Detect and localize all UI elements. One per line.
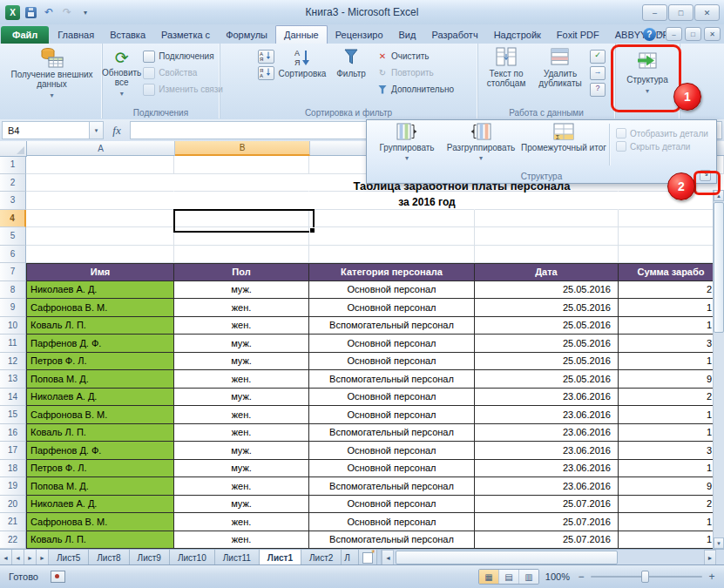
cell-D18[interactable]: 23.06.2016	[475, 460, 619, 478]
edit-links-button[interactable]: Изменить связи	[143, 83, 223, 96]
tab-foxit-pdf[interactable]: Foxit PDF	[549, 26, 607, 44]
vertical-scroll-thumb[interactable]	[714, 202, 724, 333]
zoom-out-icon[interactable]: −	[576, 571, 586, 583]
row-header-15[interactable]: 15	[0, 406, 26, 424]
maximize-button[interactable]: □	[668, 4, 694, 21]
row-header-13[interactable]: 13	[0, 370, 26, 389]
cell-A8[interactable]: Николаев А. Д.	[26, 281, 174, 300]
row-header-7[interactable]: 7	[0, 263, 26, 281]
row-header-5[interactable]: 5	[0, 227, 26, 246]
row-header-9[interactable]: 9	[0, 299, 26, 317]
tab-вставка[interactable]: Вставка	[102, 26, 153, 44]
cell-A7[interactable]: Имя	[26, 263, 174, 281]
cell-B1[interactable]	[174, 156, 309, 174]
row-header-22[interactable]: 22	[0, 531, 26, 550]
refresh-all-button[interactable]: ⟳ Обновить все	[102, 44, 141, 98]
cell-C11[interactable]: Основной персонал	[309, 335, 475, 353]
cell-E6[interactable]	[619, 246, 724, 264]
row-header-11[interactable]: 11	[0, 335, 26, 353]
sheet-tab-лист2[interactable]: Лист2	[301, 550, 342, 565]
sheet-tab-лист5[interactable]: Лист5	[49, 550, 89, 565]
cell-E9[interactable]: 1	[619, 299, 724, 317]
subtotal-button[interactable]: Σ Промежуточный итог	[520, 122, 607, 152]
row-header-8[interactable]: 8	[0, 281, 26, 300]
row-header-16[interactable]: 16	[0, 424, 26, 443]
cell-D22[interactable]: 25.07.2016	[475, 531, 619, 550]
redo-icon[interactable]: ↷	[59, 5, 75, 19]
get-external-data-button[interactable]: Получение внешних данных	[2, 44, 102, 100]
cell-D11[interactable]: 25.05.2016	[475, 335, 619, 353]
cell-B20[interactable]: муж.	[174, 496, 309, 514]
cell-E22[interactable]: 1	[619, 531, 724, 550]
cell-A4[interactable]	[26, 210, 174, 228]
name-box-dropdown-icon[interactable]: ▾	[89, 121, 104, 139]
cell-E19[interactable]: 9	[619, 477, 724, 496]
row-header-6[interactable]: 6	[0, 246, 26, 264]
cell-D15[interactable]: 23.06.2016	[475, 406, 619, 424]
row-header-10[interactable]: 10	[0, 317, 26, 335]
cell-C4[interactable]	[309, 210, 475, 228]
cell-D12[interactable]: 25.05.2016	[475, 353, 619, 371]
minimize-button[interactable]: –	[642, 4, 667, 21]
consolidate-icon[interactable]: →	[590, 66, 606, 80]
cell-D20[interactable]: 25.07.2016	[475, 496, 619, 514]
row-header-20[interactable]: 20	[0, 496, 26, 514]
cell-C10[interactable]: Вспомогательный персонал	[309, 317, 475, 335]
row-header-17[interactable]: 17	[0, 442, 26, 460]
tab-надстройк[interactable]: Надстройк	[486, 26, 549, 44]
macro-record-icon[interactable]	[51, 571, 65, 583]
normal-view-icon[interactable]: ▦	[479, 570, 499, 584]
minimize-ribbon-icon[interactable]: ^	[659, 30, 663, 38]
cell-E11[interactable]: 3	[619, 335, 724, 353]
cell-D17[interactable]: 23.06.2016	[475, 442, 619, 460]
first-sheet-icon[interactable]: ◄	[0, 550, 12, 565]
zoom-in-icon[interactable]: +	[707, 571, 717, 583]
cell-C6[interactable]	[309, 246, 475, 264]
cell-A12[interactable]: Петров Ф. Л.	[26, 353, 174, 371]
cell-E8[interactable]: 2	[619, 281, 724, 300]
group-button[interactable]: Группировать	[372, 122, 442, 163]
cell-D14[interactable]: 23.06.2016	[475, 389, 619, 407]
cell-A6[interactable]	[26, 246, 174, 264]
cell-E5[interactable]	[619, 227, 724, 246]
close-button[interactable]: ✕	[694, 4, 720, 21]
cell-C20[interactable]: Основной персонал	[309, 496, 475, 514]
cell-A22[interactable]: Коваль Л. П.	[26, 531, 174, 550]
cell-E7[interactable]: Сумма зарабо	[619, 263, 724, 281]
cell-C19[interactable]: Вспомогательный персонал	[309, 477, 475, 496]
tab-вид[interactable]: Вид	[391, 26, 424, 44]
tab-разработч[interactable]: Разработч	[423, 26, 485, 44]
insert-function-icon[interactable]: fx	[104, 119, 130, 141]
data-validation-icon[interactable]: ✓	[590, 50, 606, 64]
properties-button[interactable]: Свойства	[143, 66, 223, 79]
reapply-button[interactable]: ↻ Повторить	[377, 66, 454, 79]
sheet-tab-лист9[interactable]: Лист9	[130, 550, 170, 565]
cell-D19[interactable]: 23.06.2016	[475, 477, 619, 496]
scroll-down-icon[interactable]: ▼	[714, 537, 724, 549]
tab-формулы[interactable]: Формулы	[218, 26, 275, 44]
cell-D21[interactable]: 25.07.2016	[475, 513, 619, 531]
clear-filter-button[interactable]: ✕ Очистить	[377, 50, 454, 63]
cell-C16[interactable]: Вспомогательный персонал	[309, 424, 475, 443]
cell-D8[interactable]: 25.05.2016	[475, 281, 619, 300]
cell-D13[interactable]: 25.05.2016	[475, 370, 619, 389]
cell-B11[interactable]: муж.	[174, 335, 309, 353]
row-header-2[interactable]: 2	[0, 174, 26, 193]
row-header-4[interactable]: 4	[0, 210, 26, 228]
cell-B8[interactable]: муж.	[174, 281, 309, 300]
cell-B19[interactable]: жен.	[174, 477, 309, 496]
zoom-thumb[interactable]	[641, 571, 649, 583]
cell-B10[interactable]: жен.	[174, 317, 309, 335]
cell-A18[interactable]: Петров Ф. Л.	[26, 460, 174, 478]
row-header-1[interactable]: 1	[0, 156, 26, 174]
insert-worksheet-button[interactable]	[359, 550, 377, 565]
cell-D9[interactable]: 25.05.2016	[475, 299, 619, 317]
cell-D4[interactable]	[475, 210, 619, 228]
cell-D6[interactable]	[475, 246, 619, 264]
cell-D10[interactable]: 25.05.2016	[475, 317, 619, 335]
what-if-analysis-icon[interactable]: ?	[590, 83, 606, 97]
cell-B7[interactable]: Пол	[174, 263, 309, 281]
hide-details-button[interactable]: Скрыть детали	[616, 141, 708, 152]
scroll-right-icon[interactable]: ►	[704, 550, 716, 565]
cell-A13[interactable]: Попова М. Д.	[26, 370, 174, 389]
